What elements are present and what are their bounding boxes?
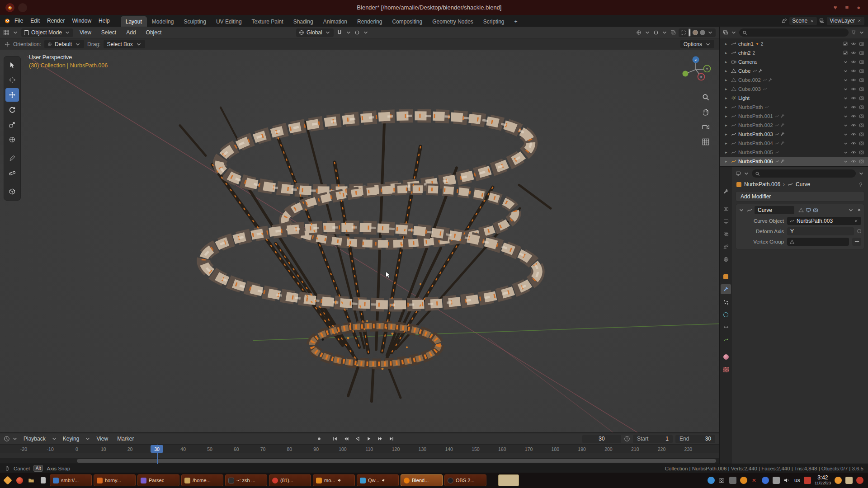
tab-rendering[interactable]: Rendering xyxy=(352,16,387,27)
gizmo-minus-y-axis[interactable] xyxy=(683,71,689,77)
expand-arrow-icon[interactable]: ▸ xyxy=(725,42,729,46)
menu-timeline-view[interactable]: View xyxy=(93,434,112,443)
tool-add-cube[interactable] xyxy=(5,185,19,198)
app-window-icon[interactable] xyxy=(5,3,14,12)
tab-uv-editing[interactable]: UV Editing xyxy=(211,16,247,27)
blender-menu-icon[interactable] xyxy=(4,17,11,24)
tab-sculpting[interactable]: Sculpting xyxy=(179,16,211,27)
menu-render[interactable]: Render xyxy=(43,16,68,25)
tab-output[interactable] xyxy=(721,216,731,226)
menu-view[interactable]: View xyxy=(76,28,95,37)
viewlayer-selector[interactable]: ViewLayer xyxy=(827,17,864,25)
expand-arrow-icon[interactable]: ▸ xyxy=(725,78,729,82)
tab-object[interactable] xyxy=(721,272,731,282)
options-dropdown[interactable]: Options xyxy=(680,40,714,48)
properties-options-chevron-icon[interactable] xyxy=(858,170,864,177)
bluetooth-tray-icon[interactable] xyxy=(762,477,769,484)
render-display-icon[interactable] xyxy=(813,207,818,213)
hide-in-viewport-eye-icon[interactable] xyxy=(851,131,856,137)
orientation-setting-dropdown[interactable]: Default xyxy=(44,40,84,48)
outliner-filter-icon[interactable] xyxy=(851,30,856,35)
vertex-group-field[interactable] xyxy=(787,238,849,246)
outliner-row-chin2[interactable]: ▸chin22 xyxy=(720,48,868,57)
tab-layout[interactable]: Layout xyxy=(121,16,147,27)
outliner-row-cube[interactable]: ▸Cube xyxy=(720,66,868,75)
outliner-row-nurbspath-004[interactable]: ▸NurbsPath.004 xyxy=(720,139,868,148)
properties-editor-chevron-icon[interactable] xyxy=(743,170,750,177)
menu-add[interactable]: Add xyxy=(123,28,139,37)
xray-toggle-icon[interactable] xyxy=(670,30,676,35)
menu-marker[interactable]: Marker xyxy=(113,434,137,443)
viewlayer-icon[interactable] xyxy=(819,18,825,23)
editor-type-icon[interactable] xyxy=(3,29,9,36)
editor-type-chevron-icon[interactable] xyxy=(12,29,19,36)
record-tray-icon[interactable] xyxy=(856,477,863,484)
tool-rotate[interactable] xyxy=(5,103,19,117)
menu-window[interactable]: Window xyxy=(68,16,95,25)
taskbar-window-81[interactable]: (81)... xyxy=(269,474,311,486)
tab-texture-paint[interactable]: Texture Paint xyxy=(247,16,288,27)
hide-in-viewport-eye-icon[interactable] xyxy=(851,95,856,101)
menu-file[interactable]: File xyxy=(11,16,27,25)
exclude-checkbox-icon[interactable] xyxy=(843,50,848,56)
taskbar-window-obs[interactable]: OBS 2... xyxy=(444,474,486,486)
outliner-editor-icon[interactable] xyxy=(723,30,728,35)
tab-modifiers[interactable] xyxy=(721,284,731,294)
menu-playback[interactable]: Playback xyxy=(20,434,49,443)
notes-tray-icon[interactable] xyxy=(845,477,853,484)
zoom-icon[interactable] xyxy=(702,93,710,101)
overlays-chevron-icon[interactable] xyxy=(661,29,668,36)
expand-arrow-icon[interactable]: ▸ xyxy=(725,96,729,100)
disable-in-renders-icon[interactable] xyxy=(859,113,864,119)
window-pin-icon[interactable]: ♥ xyxy=(831,4,840,11)
material-shading-icon[interactable] xyxy=(693,30,698,35)
hide-in-viewport-eye-icon[interactable] xyxy=(851,141,856,146)
transform-orientation-dropdown[interactable]: Global xyxy=(296,28,334,37)
show-gizmo-icon[interactable] xyxy=(636,30,642,35)
expand-arrow-icon[interactable]: ▸ xyxy=(725,132,729,136)
tab-particles[interactable] xyxy=(721,297,731,307)
outliner-search-input[interactable] xyxy=(739,28,849,37)
expand-arrow-icon[interactable]: ▸ xyxy=(725,159,729,164)
media-tray-icon[interactable] xyxy=(729,477,736,484)
expand-arrow-icon[interactable]: ▸ xyxy=(725,60,729,64)
exclude-checkbox-icon[interactable] xyxy=(843,41,848,47)
hide-in-viewport-eye-icon[interactable] xyxy=(851,41,856,47)
flag-tray-icon[interactable] xyxy=(804,477,811,484)
outliner-row-chain1[interactable]: ▸chain1▼2 xyxy=(720,39,868,48)
browse-scene-icon[interactable] xyxy=(782,18,787,23)
delete-modifier-icon[interactable] xyxy=(857,207,862,212)
chevron-icon[interactable] xyxy=(843,105,848,110)
info-tray-icon[interactable] xyxy=(708,477,715,484)
timeline-ruler[interactable]: -20 -10 0 10 20 30 40 50 60 70 80 90 100… xyxy=(0,444,719,453)
disable-in-renders-icon[interactable] xyxy=(859,50,864,56)
tab-compositing[interactable]: Compositing xyxy=(387,16,427,27)
menu-edit[interactable]: Edit xyxy=(27,16,43,25)
modifier-name-field[interactable]: Curve xyxy=(755,206,794,214)
disable-in-renders-icon[interactable] xyxy=(859,104,864,110)
shading-chevron-icon[interactable] xyxy=(707,29,713,36)
disable-in-renders-icon[interactable] xyxy=(859,95,864,101)
disable-in-renders-icon[interactable] xyxy=(859,159,864,164)
expand-arrow-icon[interactable]: ▸ xyxy=(725,114,729,118)
taskbar-window-horny[interactable]: horny... xyxy=(94,474,136,486)
menu-help[interactable]: Help xyxy=(95,16,113,25)
hide-in-viewport-eye-icon[interactable] xyxy=(851,122,856,128)
chevron-icon[interactable] xyxy=(843,141,848,146)
expand-arrow-icon[interactable]: ▸ xyxy=(725,141,729,145)
tool-move[interactable] xyxy=(5,88,19,102)
scene-unlink-icon[interactable] xyxy=(810,19,814,23)
chevron-icon[interactable] xyxy=(843,150,848,155)
active-tool-icon[interactable] xyxy=(5,42,10,47)
chevron-icon[interactable] xyxy=(843,114,848,119)
taskbar-window-qw[interactable]: Qw... xyxy=(357,474,399,486)
outliner-row-nurbspath-005[interactable]: ▸NurbsPath.005 xyxy=(720,148,868,157)
wireframe-shading-icon[interactable] xyxy=(681,30,686,35)
proportional-chevron-icon[interactable] xyxy=(363,29,369,36)
play-button[interactable] xyxy=(364,435,374,443)
tab-tool[interactable] xyxy=(721,187,731,197)
properties-search-input[interactable] xyxy=(752,169,856,178)
frame-end-field[interactable]: End30 xyxy=(675,435,715,443)
menu-select[interactable]: Select xyxy=(98,28,120,37)
modifier-header[interactable]: Curve xyxy=(736,204,864,216)
